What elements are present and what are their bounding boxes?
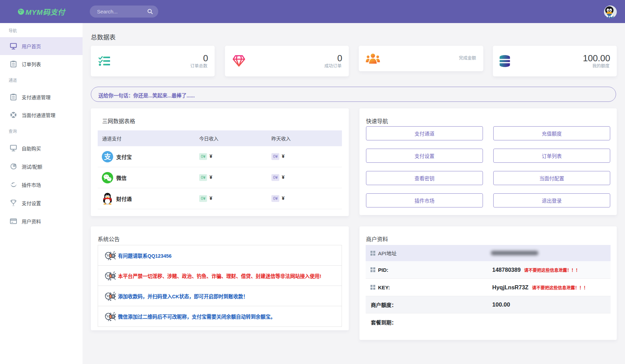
svg-text:支: 支 bbox=[104, 152, 111, 160]
svg-text:o: o bbox=[612, 15, 614, 18]
